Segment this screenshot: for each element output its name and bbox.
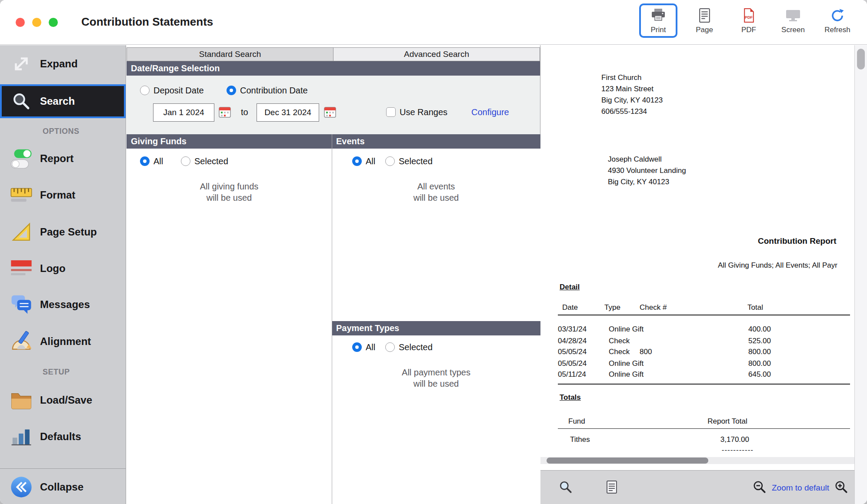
events-selected-radio[interactable]: Selected [385,156,433,166]
expand-icon [9,51,34,76]
collapse-icon [9,474,34,500]
sidebar-item-search[interactable]: Search [0,84,126,118]
folder-icon [9,388,34,413]
magnifier-icon [559,480,573,494]
totals-separator: ----------- [540,446,854,455]
report-label: Report [40,153,73,165]
cell-type: Online Gift [609,359,644,368]
radio-control [140,156,150,166]
sidebar-item-load-save[interactable]: Load/Save [0,385,126,415]
zoom-controls: Zoom to default [753,480,848,495]
end-date-input[interactable] [257,103,319,122]
cell-total: 645.00 [714,370,771,379]
refresh-button[interactable]: Refresh [820,3,855,34]
sidebar-item-report[interactable]: Report [0,143,126,174]
preview-text-view-button[interactable] [606,480,618,495]
print-label: Print [651,26,666,34]
sidebar-item-defaults[interactable]: Defaults [0,421,126,452]
detail-row: 04/28/24 Check 525.00 [540,337,854,346]
start-date-calendar-button[interactable] [217,106,232,119]
col-date: Date [562,303,578,312]
date-range-content: Deposit Date Contribution Date to [127,76,540,134]
cell-date: 05/05/24 [558,359,587,368]
protractor-icon [9,329,34,354]
giving-funds-all-radio[interactable]: All [140,156,163,166]
app-window: Contribution Statements Print [0,0,867,504]
report-title: Contribution Report [758,235,836,247]
sidebar-item-page-setup[interactable]: Page Setup [0,217,126,247]
text-page-icon [606,480,618,494]
load-save-label: Load/Save [40,394,92,406]
tab-advanced-search[interactable]: Advanced Search [333,47,540,61]
page-button[interactable]: Page [687,3,722,34]
close-button[interactable] [16,18,25,27]
giving-funds-selected-radio[interactable]: Selected [181,156,228,166]
sidebar-item-alignment[interactable]: Alignment [0,326,126,357]
sidebar-item-messages[interactable]: Messages [0,289,126,320]
checkbox-control [386,107,396,117]
sidebar-item-expand[interactable]: Expand [0,49,126,79]
start-date-input[interactable] [153,103,214,122]
cell-type: Check [609,348,630,356]
traffic-lights [16,18,58,27]
radio-control [227,86,236,95]
all-label: All [153,156,163,166]
radio-control [140,86,150,95]
tab-standard-search[interactable]: Standard Search [127,47,333,61]
cell-type: Online Gift [609,370,644,379]
end-date-calendar-button[interactable] [323,106,337,119]
preview-search-button[interactable] [559,480,573,495]
horizontal-scrollbar-thumb[interactable] [547,458,708,464]
events-pane: All Selected All events will be used [332,149,540,321]
payment-types-selected-radio[interactable]: Selected [385,342,433,352]
calendar-icon [323,106,337,119]
radio-control [385,156,395,166]
configure-link[interactable]: Configure [471,107,509,117]
calendar-icon [218,106,231,119]
zoom-out-button[interactable] [753,480,767,495]
totals-row: Tithes 3,170.00 [540,435,854,445]
all-label: All [366,156,375,166]
zoom-to-default-link[interactable]: Zoom to default [772,483,829,493]
events-header: Events [332,134,540,149]
use-ranges-checkbox[interactable]: Use Ranges [386,107,447,117]
cell-type: Online Gift [609,325,644,334]
col-check: Check # [640,303,667,312]
vertical-scrollbar-thumb[interactable] [857,49,865,70]
horizontal-scrollbar[interactable] [540,457,854,464]
payment-types-header: Payment Types [332,321,540,335]
cell-total: 3,170.00 [684,435,749,444]
screen-button[interactable]: Screen [776,3,810,34]
cell-date: 05/11/24 [558,370,586,379]
selected-label: Selected [194,156,228,166]
cell-type: Check [609,337,630,345]
page-setup-label: Page Setup [40,226,97,238]
toolbar: Print Page [639,3,855,38]
zoom-in-icon [834,480,848,494]
sidebar-item-logo[interactable]: Logo [0,253,126,284]
pdf-button[interactable]: PDF PDF [731,3,766,34]
zoom-window-button[interactable] [49,18,58,27]
vertical-scrollbar[interactable] [854,45,867,504]
minimize-button[interactable] [32,18,41,27]
page-icon [699,7,710,23]
bar-chart-icon [9,424,34,449]
cell-total: 525.00 [714,337,771,345]
sidebar-item-format[interactable]: Format [0,180,126,210]
page-title: Contribution Statements [81,15,213,29]
page-label: Page [696,26,713,34]
sidebar-item-collapse[interactable]: Collapse [0,472,126,502]
detail-column-headers: Date Type Check # Total [540,303,854,313]
payment-types-all-radio[interactable]: All [352,342,375,352]
contribution-date-radio[interactable]: Contribution Date [227,85,308,96]
set-square-icon [9,219,34,245]
deposit-date-radio[interactable]: Deposit Date [140,85,204,96]
print-button[interactable]: Print [639,3,677,38]
messages-label: Messages [40,298,90,311]
selected-label: Selected [399,156,433,166]
events-all-radio[interactable]: All [352,156,375,166]
detail-section-header: Detail [560,282,580,293]
zoom-in-button[interactable] [834,480,848,495]
cell-check: 800 [640,348,652,356]
pdf-icon: PDF [743,7,755,23]
